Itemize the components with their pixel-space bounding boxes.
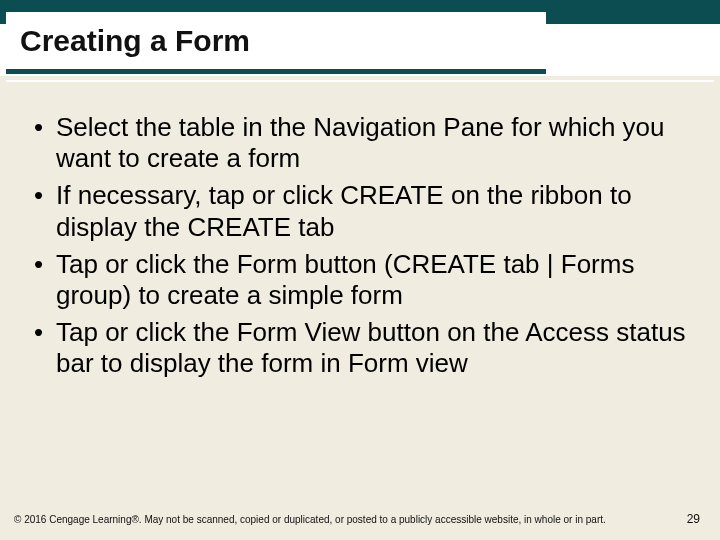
page-number: 29 (687, 512, 706, 526)
list-item: If necessary, tap or click CREATE on the… (34, 180, 686, 242)
copyright-text: © 2016 Cengage Learning®. May not be sca… (14, 514, 606, 526)
title-block: Creating a Form (6, 12, 546, 74)
list-item: Tap or click the Form button (CREATE tab… (34, 249, 686, 311)
bullet-text: If necessary, tap or click CREATE on the… (56, 180, 632, 241)
bullet-text: Tap or click the Form button (CREATE tab… (56, 249, 634, 310)
slide: Creating a Form Select the table in the … (0, 0, 720, 540)
slide-title: Creating a Form (20, 24, 250, 58)
title-underline (6, 80, 714, 82)
bullet-list: Select the table in the Navigation Pane … (34, 112, 686, 386)
list-item: Tap or click the Form View button on the… (34, 317, 686, 379)
bullet-text: Tap or click the Form View button on the… (56, 317, 686, 378)
bullet-text: Select the table in the Navigation Pane … (56, 112, 665, 173)
list-item: Select the table in the Navigation Pane … (34, 112, 686, 174)
slide-footer: © 2016 Cengage Learning®. May not be sca… (14, 512, 706, 526)
